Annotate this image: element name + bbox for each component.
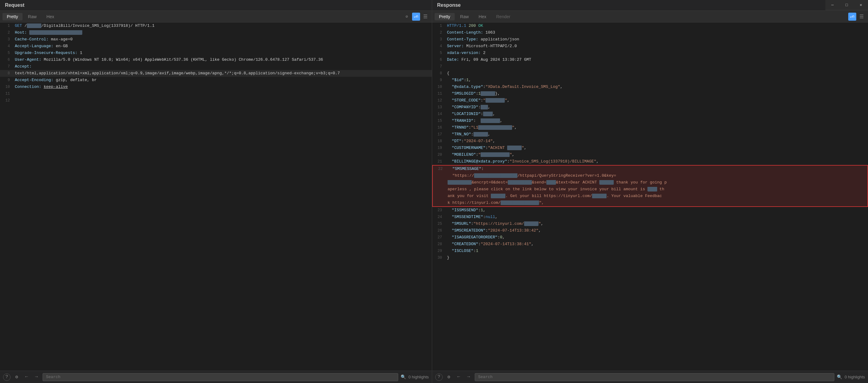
request-line-9: 9 Accept-Encoding: gzip, deflate, br	[0, 77, 432, 83]
wrap-toggle-button[interactable]: ↵n	[412, 13, 420, 21]
response-line-6: 6 Date: Fri, 09 Aug 2024 13:30:27 GMT	[432, 57, 868, 63]
search-icon: 🔍	[401, 374, 406, 380]
response-line-27: 27 "ISAGGREGATORORDER":0,	[432, 234, 868, 241]
request-line-6: 6 User-Agent: Mozilla/5.0 (Windows NT 10…	[0, 57, 432, 63]
request-line-4: 4 Accept-Language: en-GB	[0, 43, 432, 50]
request-line-7: 7 Accept:	[0, 63, 432, 70]
menu-icon[interactable]: ☰	[421, 13, 429, 21]
response-line-10: 10 "@xdata.type":"XData.Default.Invoice_…	[432, 83, 868, 90]
request-line-8: 8 text/html,application/xhtml+xml,applic…	[0, 70, 432, 77]
response-line-22-content-1: "https://██████████████████/httpapi/Quer…	[432, 172, 868, 179]
response-line-30: 30 }	[432, 254, 868, 261]
response-line-22-content-5: k https://tinyurl.com/████████████████",	[432, 200, 868, 207]
response-tab-bar: Pretty Raw Hex Render ↵n ☰	[432, 11, 868, 23]
request-line-3: 3 Cache-Control: max-age=0	[0, 36, 432, 43]
request-line-5: 5 Upgrade-Insecure-Requests: 1	[0, 50, 432, 57]
request-title: Request	[0, 0, 432, 11]
response-panel: Response Pretty Raw Hex Render ↵n ☰ 1 HT…	[432, 0, 868, 383]
response-line-18: 18 "DT":"2024-07-14",	[432, 138, 868, 145]
response-search-icon: 🔍	[837, 374, 842, 380]
response-menu-icon[interactable]: ☰	[858, 13, 866, 21]
request-line-10: 10 Connection: keep-alive	[0, 83, 432, 90]
response-line-22-content-2: ██████████&encrpt=0&dest=██████████&send…	[432, 179, 868, 186]
response-title: Response	[432, 0, 868, 11]
minimize-button[interactable]: ─	[826, 0, 840, 10]
request-line-11: 11	[0, 90, 432, 97]
response-line-28: 28 "CREATEDON":"2024-07-14T13:38:41",	[432, 241, 868, 248]
response-line-14: 14 "LOCATIONID":████,	[432, 111, 868, 117]
response-line-13: 13 "COMPANYID":███,	[432, 104, 868, 111]
response-line-15: 15 "TRANHID": ████████,	[432, 117, 868, 124]
gear-icon[interactable]: ⚙	[13, 374, 20, 381]
request-bottom-bar: ? ⚙ ← → 🔍 0 highlights	[0, 371, 432, 383]
response-line-17: 17 "TRN_NO":██████,	[432, 131, 868, 138]
response-line-8: 8 {	[432, 70, 868, 77]
response-line-1: 1 HTTP/1.1 200 OK	[432, 23, 868, 29]
eye-off-icon[interactable]: ⊘	[403, 13, 411, 21]
response-line-26: 26 "SMSCREATEDON":"2024-07-14T13:38:42",	[432, 227, 868, 234]
response-line-11: 11 "SMSLOGID":1██████},	[432, 90, 868, 97]
response-line-25: 25 "SMSURL":"https://tinyurl.com/██████"…	[432, 220, 868, 227]
response-tab-hex[interactable]: Hex	[474, 13, 491, 20]
response-line-24: 24 "SMSSENDTIME":null,	[432, 214, 868, 220]
response-line-7: 7	[432, 63, 868, 70]
response-line-22-content-3: aperless , please click on the link belo…	[432, 186, 868, 193]
request-code-area: 1 GET /██████/DigitalBill/Invoice_SMS_Lo…	[0, 23, 432, 371]
response-line-20: 20 "MOBILENO":"████████████",	[432, 151, 868, 158]
response-line-12: 12 "STORE_CODE":"████████",	[432, 97, 868, 104]
close-button[interactable]: ✕	[854, 0, 868, 10]
response-forward-button[interactable]: →	[465, 374, 472, 381]
response-tab-render[interactable]: Render	[492, 13, 515, 20]
request-search-input[interactable]	[42, 373, 398, 381]
forward-button[interactable]: →	[33, 374, 40, 381]
question-icon[interactable]: ?	[3, 374, 10, 381]
back-button[interactable]: ←	[23, 374, 30, 381]
response-tab-pretty[interactable]: Pretty	[435, 13, 455, 20]
request-line-12: 12	[0, 97, 432, 104]
response-line-2: 2 Content-Length: 1063	[432, 29, 868, 36]
response-line-4: 4 Server: Microsoft-HTTPAPI/2.0	[432, 43, 868, 50]
response-highlights-count: 0 highlights	[844, 375, 865, 379]
request-highlights-count: 0 highlights	[408, 375, 429, 379]
request-tab-pretty[interactable]: Pretty	[2, 13, 23, 20]
response-line-21: 21 "BILLIMAGE@xdata.proxy":"Invoice_SMS_…	[432, 158, 868, 165]
response-search-input[interactable]	[475, 373, 834, 381]
request-tab-raw[interactable]: Raw	[24, 13, 41, 20]
response-gear-icon[interactable]: ⚙	[445, 374, 453, 381]
response-question-icon[interactable]: ?	[435, 374, 443, 381]
response-line-23: 23 "ISSMSSEND":1,	[432, 207, 868, 214]
response-line-9: 9 "$id":1,	[432, 77, 868, 83]
response-tab-raw[interactable]: Raw	[456, 13, 473, 20]
request-tab-bar: Pretty Raw Hex ⊘ ↵n ☰	[0, 11, 432, 23]
response-line-19: 19 "CUSTOMERNAME":"ACHINT ██████",	[432, 145, 868, 151]
response-line-29: 29 "ISCLOSE":1	[432, 248, 868, 254]
request-line-1: 1 GET /██████/DigitalBill/Invoice_SMS_Lo…	[0, 23, 432, 29]
request-line-2: 2 Host: ██████████████████████	[0, 29, 432, 36]
response-line-16: 16 "TRNNO":"L1██████████████",	[432, 124, 868, 131]
request-panel: Request Pretty Raw Hex ⊘ ↵n ☰ 1 GET /███…	[0, 0, 432, 383]
response-wrap-toggle[interactable]: ↵n	[848, 13, 856, 21]
response-line-5: 5 xdata-version: 2	[432, 50, 868, 57]
response-line-3: 3 Content-Type: application/json	[432, 36, 868, 43]
response-back-button[interactable]: ←	[455, 374, 462, 381]
request-tab-hex[interactable]: Hex	[42, 13, 59, 20]
response-line-22-content-4: ank you for visit ██████. Get your bill …	[432, 193, 868, 200]
response-code-area: 1 HTTP/1.1 200 OK 2 Content-Length: 1063…	[432, 23, 868, 371]
response-line-22-top: 22 "SMSMESSAGE":	[432, 165, 868, 172]
maximize-button[interactable]: □	[840, 0, 854, 10]
response-bottom-bar: ? ⚙ ← → 🔍 0 highlights	[432, 371, 868, 383]
